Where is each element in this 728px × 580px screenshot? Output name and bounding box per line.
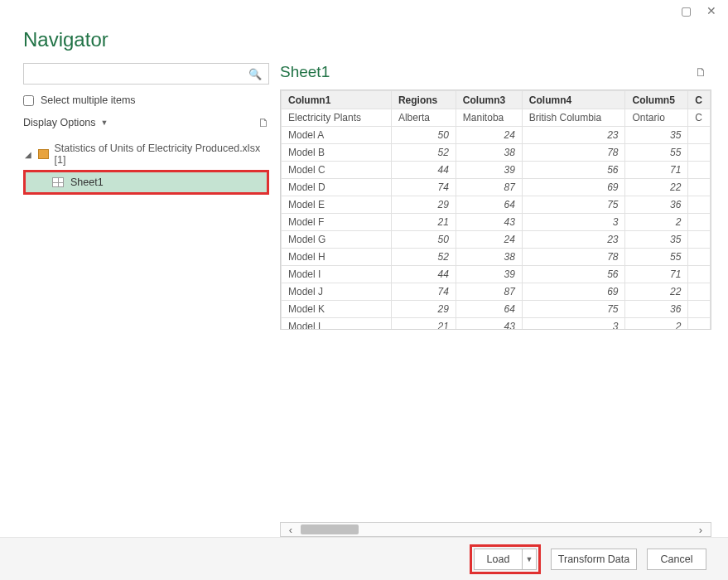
- cell: 78: [522, 144, 625, 162]
- cell: 50: [391, 127, 456, 144]
- col-header[interactable]: Regions: [391, 91, 456, 109]
- table-row[interactable]: Model E29647536: [282, 196, 711, 214]
- col-header[interactable]: Column1: [282, 91, 392, 109]
- cell: [688, 231, 711, 249]
- cell: Model H: [282, 249, 392, 266]
- cell: 56: [522, 266, 625, 283]
- chevron-down-icon: ▼: [526, 555, 533, 563]
- scroll-track[interactable]: [301, 523, 691, 536]
- cell: 29: [391, 196, 456, 214]
- cell: British Columbia: [522, 109, 625, 127]
- cell: 39: [456, 162, 522, 179]
- select-multiple-items[interactable]: Select multiple items: [23, 94, 280, 106]
- cell: 38: [456, 144, 522, 162]
- cell: 64: [456, 196, 522, 214]
- load-button[interactable]: Load: [474, 549, 522, 570]
- cell: 74: [391, 283, 456, 301]
- tree-file-node[interactable]: ◢ Statistics of Units of Electricity Pro…: [23, 140, 269, 168]
- left-pane: 🔍 Select multiple items Display Options …: [23, 63, 280, 537]
- scroll-left-icon[interactable]: ‹: [281, 524, 301, 536]
- horizontal-scrollbar[interactable]: ‹ ›: [280, 522, 711, 537]
- maximize-icon[interactable]: ▢: [681, 4, 692, 17]
- cell: [688, 266, 711, 283]
- table-row[interactable]: Model C44395671: [282, 162, 711, 179]
- cell: 39: [456, 266, 522, 283]
- cell: Model L: [282, 318, 392, 331]
- table-row[interactable]: Electricity PlantsAlbertaManitobaBritish…: [282, 109, 711, 127]
- navigator-title: Navigator: [0, 22, 728, 63]
- table-row[interactable]: Model F214332: [282, 214, 711, 231]
- navigator-tree: ◢ Statistics of Units of Electricity Pro…: [23, 140, 269, 195]
- table-row[interactable]: Model G50242335: [282, 231, 711, 249]
- table-row[interactable]: Model J74876922: [282, 283, 711, 301]
- transform-data-button[interactable]: Transform Data: [551, 549, 637, 570]
- cell: Model E: [282, 196, 392, 214]
- cell: Model J: [282, 283, 392, 301]
- cell: 50: [391, 231, 456, 249]
- cell: 21: [391, 214, 456, 231]
- col-header[interactable]: Column4: [522, 91, 625, 109]
- display-options-label: Display Options: [23, 117, 96, 128]
- cell: [688, 283, 711, 301]
- col-header[interactable]: Column5: [625, 91, 688, 109]
- cell: 52: [391, 249, 456, 266]
- cell: 87: [456, 283, 522, 301]
- cell: 69: [522, 283, 625, 301]
- cell: [688, 196, 711, 214]
- table-row[interactable]: Model D74876922: [282, 179, 711, 196]
- cell: [688, 301, 711, 318]
- cell: Ontario: [625, 109, 688, 127]
- col-header[interactable]: Column3: [456, 91, 522, 109]
- select-multiple-checkbox[interactable]: [23, 95, 34, 106]
- cell: [688, 179, 711, 196]
- cell: Model F: [282, 214, 392, 231]
- preview-table: Column1 Regions Column3 Column4 Column5 …: [280, 89, 711, 330]
- cell: Model G: [282, 231, 392, 249]
- tree-sheet-node[interactable]: Sheet1: [26, 172, 267, 192]
- cell: C: [688, 109, 711, 127]
- scroll-thumb[interactable]: [301, 524, 359, 534]
- search-box[interactable]: 🔍: [23, 63, 269, 85]
- cell: 2: [625, 318, 688, 331]
- cell: Model D: [282, 179, 392, 196]
- table-row[interactable]: Model A50242335: [282, 127, 711, 144]
- tree-sheet-highlight: Sheet1: [23, 170, 269, 195]
- search-icon[interactable]: 🔍: [242, 68, 268, 80]
- col-header[interactable]: C: [688, 91, 711, 109]
- table-row[interactable]: Model H52387855: [282, 249, 711, 266]
- cell: Model B: [282, 144, 392, 162]
- preview-options-icon[interactable]: 🗋: [695, 65, 706, 79]
- display-options-button[interactable]: Display Options ▼: [23, 117, 108, 128]
- table-row[interactable]: Model B52387855: [282, 144, 711, 162]
- cell: 56: [522, 162, 625, 179]
- cell: 75: [522, 301, 625, 318]
- cell: 55: [625, 144, 688, 162]
- cell: 36: [625, 301, 688, 318]
- select-multiple-label: Select multiple items: [41, 94, 136, 106]
- dialog-footer: Load ▼ Transform Data Cancel: [0, 537, 728, 580]
- cell: Model A: [282, 127, 392, 144]
- table-header-row: Column1 Regions Column3 Column4 Column5 …: [282, 91, 711, 109]
- cell: 43: [456, 318, 522, 331]
- collapse-icon[interactable]: ◢: [25, 150, 33, 159]
- close-icon[interactable]: ✕: [706, 4, 716, 17]
- navigator-dialog: ▢ ✕ Navigator 🔍 Select multiple items Di…: [0, 0, 728, 580]
- scroll-right-icon[interactable]: ›: [691, 524, 711, 536]
- cell: [688, 144, 711, 162]
- search-input[interactable]: [24, 68, 242, 80]
- cell: 21: [391, 318, 456, 331]
- load-dropdown-button[interactable]: ▼: [522, 549, 537, 570]
- cell: 43: [456, 214, 522, 231]
- cell: 38: [456, 249, 522, 266]
- table-row[interactable]: Model I44395671: [282, 266, 711, 283]
- cancel-button[interactable]: Cancel: [647, 549, 706, 570]
- cell: 36: [625, 196, 688, 214]
- cell: 35: [625, 231, 688, 249]
- table-row[interactable]: Model K29647536: [282, 301, 711, 318]
- table-row[interactable]: Model L214332: [282, 318, 711, 331]
- cell: Model K: [282, 301, 392, 318]
- preview-title: Sheet1: [280, 63, 330, 81]
- cell: Manitoba: [456, 109, 522, 127]
- refresh-icon[interactable]: 🗋: [258, 116, 269, 129]
- cell: Model C: [282, 162, 392, 179]
